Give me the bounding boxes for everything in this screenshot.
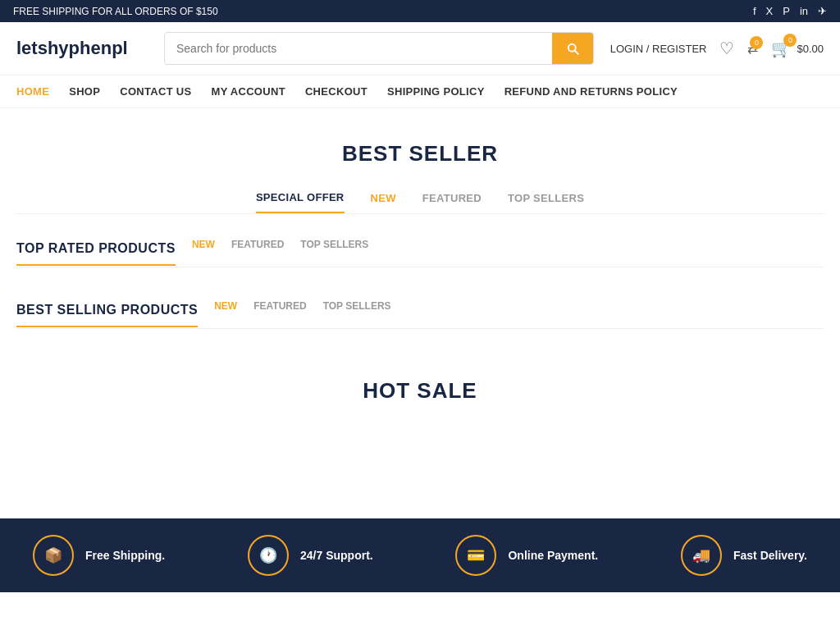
- support-label: 24/7 Support.: [300, 549, 373, 562]
- search-icon: [565, 41, 580, 56]
- cart-total: $0.00: [797, 43, 824, 55]
- nav-item-refund[interactable]: REFUND AND RETURNS POLICY: [504, 75, 678, 107]
- best-selling-header: BEST SELLING PRODUCTS NEW FEATURED TOP S…: [16, 300, 824, 329]
- cart-badge: 0: [783, 34, 797, 47]
- best-seller-section: BEST SELLER: [0, 108, 840, 183]
- wishlist-button[interactable]: ♡: [719, 39, 734, 58]
- tab-top-sellers[interactable]: TOP SELLERS: [508, 192, 584, 212]
- cart-button[interactable]: 🛒 0 $0.00: [771, 39, 824, 58]
- main-nav: HOME SHOP CONTACT US MY ACCOUNT CHECKOUT…: [0, 75, 840, 108]
- pinterest-icon[interactable]: P: [783, 5, 790, 17]
- tab-new[interactable]: NEW: [371, 192, 396, 212]
- social-icons: f X P in ✈: [753, 5, 827, 17]
- site-logo[interactable]: letshyphenpl: [16, 38, 148, 59]
- compare-badge: 0: [750, 36, 763, 49]
- support-icon: 🕐: [248, 535, 289, 576]
- best-selling-tab-featured[interactable]: FEATURED: [253, 300, 306, 320]
- compare-button[interactable]: ⇄ 0: [747, 41, 758, 57]
- top-rated-tab-top-sellers[interactable]: TOP SELLERS: [300, 239, 368, 258]
- x-twitter-icon[interactable]: X: [766, 5, 774, 17]
- search-button[interactable]: [552, 33, 593, 64]
- delivery-icon: 🚚: [681, 535, 722, 576]
- login-register-link[interactable]: LOGIN / REGISTER: [610, 43, 707, 55]
- header: letshyphenpl LOGIN / REGISTER ♡ ⇄ 0 🛒 0 …: [0, 22, 840, 75]
- free-shipping-label: Free Shipping.: [85, 549, 165, 562]
- payment-label: Online Payment.: [508, 549, 598, 562]
- free-shipping-icon: 📦: [33, 535, 74, 576]
- top-rated-title: TOP RATED PRODUCTS: [16, 241, 176, 266]
- cart-icon-wrap: 🛒 0: [771, 39, 792, 58]
- nav-item-contact[interactable]: CONTACT US: [120, 75, 191, 107]
- hot-sale-title: HOT SALE: [16, 378, 824, 404]
- search-input[interactable]: [165, 34, 552, 63]
- linkedin-icon[interactable]: in: [800, 5, 808, 17]
- footer-feature-shipping: 📦 Free Shipping.: [33, 535, 165, 576]
- nav-item-checkout[interactable]: CHECKOUT: [305, 75, 368, 107]
- facebook-icon[interactable]: f: [753, 5, 756, 17]
- header-actions: LOGIN / REGISTER ♡ ⇄ 0 🛒 0 $0.00: [610, 39, 824, 58]
- top-rated-section: TOP RATED PRODUCTS NEW FEATURED TOP SELL…: [0, 214, 840, 276]
- payment-icon: 💳: [455, 535, 496, 576]
- nav-item-shipping[interactable]: SHIPPING POLICY: [387, 75, 485, 107]
- footer-feature-payment: 💳 Online Payment.: [455, 535, 598, 576]
- footer-feature-delivery: 🚚 Fast Delivery.: [681, 535, 807, 576]
- top-banner: FREE SHIPPING FOR ALL ORDERS OF $150 f X…: [0, 0, 840, 22]
- best-seller-title: BEST SELLER: [16, 141, 824, 167]
- nav-item-account[interactable]: MY ACCOUNT: [212, 75, 285, 107]
- top-rated-tab-new[interactable]: NEW: [192, 239, 215, 258]
- telegram-icon[interactable]: ✈: [818, 5, 827, 17]
- hot-sale-section: HOT SALE: [0, 337, 840, 428]
- best-seller-tabs: SPECIAL OFFER NEW FEATURED TOP SELLERS: [16, 183, 824, 214]
- top-rated-tab-featured[interactable]: FEATURED: [231, 239, 284, 258]
- footer-strip: 📦 Free Shipping. 🕐 24/7 Support. 💳 Onlin…: [0, 518, 840, 592]
- footer-feature-support: 🕐 24/7 Support.: [248, 535, 373, 576]
- best-selling-tab-top-sellers[interactable]: TOP SELLERS: [323, 300, 391, 320]
- best-selling-title: BEST SELLING PRODUCTS: [16, 303, 198, 327]
- banner-message: FREE SHIPPING FOR ALL ORDERS OF $150: [13, 6, 218, 17]
- nav-item-shop[interactable]: SHOP: [69, 75, 100, 107]
- best-selling-section: BEST SELLING PRODUCTS NEW FEATURED TOP S…: [0, 276, 840, 337]
- delivery-label: Fast Delivery.: [733, 549, 807, 562]
- heart-icon: ♡: [719, 39, 734, 58]
- tab-special-offer[interactable]: SPECIAL OFFER: [256, 191, 345, 213]
- search-bar: [164, 32, 594, 65]
- main-content: BEST SELLER SPECIAL OFFER NEW FEATURED T…: [0, 108, 840, 518]
- tab-featured[interactable]: FEATURED: [422, 192, 482, 212]
- top-rated-header: TOP RATED PRODUCTS NEW FEATURED TOP SELL…: [16, 239, 824, 267]
- nav-item-home[interactable]: HOME: [16, 75, 49, 107]
- best-selling-tab-new[interactable]: NEW: [214, 300, 237, 320]
